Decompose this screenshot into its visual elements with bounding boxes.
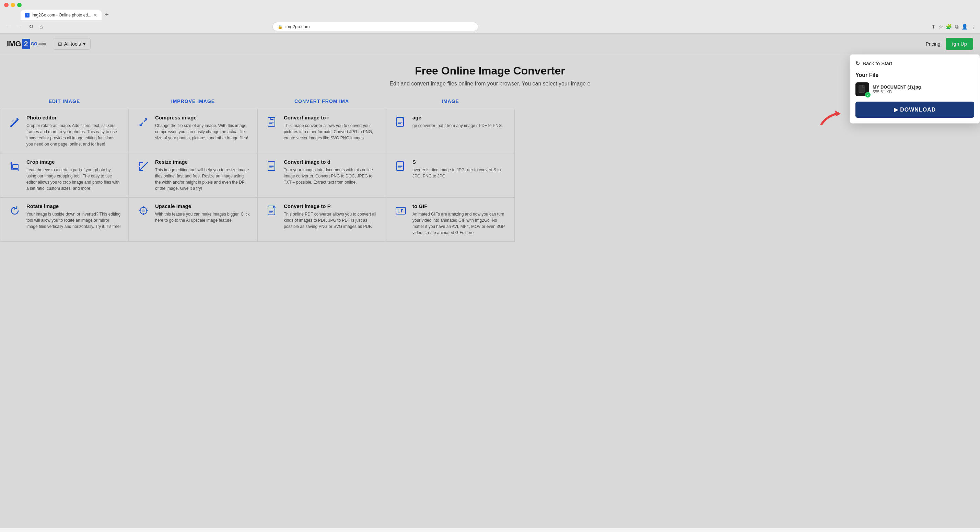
chevron-down-icon: ▾ [83,41,86,47]
age-tool-title: age [412,115,503,121]
gif-icon [393,203,408,218]
forward-button[interactable]: → [16,22,24,31]
gif-info: to GIF Animated GIFs are amazing and now… [412,203,508,236]
tool-photo-editor[interactable]: Photo editor Crop or rotate an image. Ad… [0,109,129,153]
tool-upscale[interactable]: Upscale Image With this feature you can … [129,198,257,242]
bookmark-button[interactable]: ☆ [939,24,943,30]
gif-desc: Animated GIFs are amazing and now you ca… [412,211,508,236]
refresh-button[interactable]: ↻ [27,22,35,31]
active-tab[interactable]: I Img2Go.com - Online photo ed... ✕ [21,10,102,20]
crop-info: Crop image Lead the eye to a certain par… [26,159,121,191]
tool-convert-doc[interactable]: Convert image to d Turn your images into… [257,153,386,198]
resize-desc: This image editing tool will help you to… [155,167,250,191]
tab-close-button[interactable]: ✕ [93,12,97,18]
file-check-icon: ✓ [865,92,870,97]
tabs-bar: I Img2Go.com - Online photo ed... ✕ + [0,10,980,20]
grid-icon: ⊞ [58,41,62,47]
rotate-info: Rotate image Your image is upside down o… [26,203,121,229]
convert-doc-info: Convert image to d Turn your images into… [284,159,379,185]
rotate-desc: Your image is upside down or inverted? T… [26,211,121,229]
logo-2: 2 [22,39,30,49]
col-header-edit: EDIT IMAGE [0,94,129,109]
home-button[interactable]: ⌂ [38,22,44,31]
back-button[interactable]: ← [4,22,12,31]
tool-age[interactable]: age ge converter that t from any image r… [386,109,515,153]
extensions-button[interactable]: 🧩 [946,24,952,30]
address-input[interactable]: 🔒 img2go.com [272,22,478,31]
tool-crop[interactable]: Crop image Lead the eye to a certain par… [0,153,129,198]
back-to-start-button[interactable]: ↻ Back to Start [856,60,974,67]
close-window-button[interactable] [4,3,9,7]
tool-s[interactable]: S nverter is rting image to JPG. rter to… [386,153,515,198]
photo-editor-desc: Crop or rotate an image. Add filters, te… [26,123,121,147]
file-icon: ✓ [856,82,869,96]
share-button[interactable]: ⬆ [931,24,936,30]
your-file-label: Your File [856,72,974,78]
arrow-indicator [819,102,846,131]
compress-info: Compress image Change the file size of a… [155,115,250,141]
all-tools-button[interactable]: ⊞ All tools ▾ [53,38,91,50]
tool-convert-pdf[interactable]: Convert image to P This online PDF conve… [257,198,386,242]
s-tool-title: S [412,159,508,165]
browser-actions: ⬆ ☆ 🧩 ⧉ 👤 ⋮ [931,24,976,30]
crop-title: Crop image [26,159,121,165]
gif-title: to GIF [412,203,508,209]
tool-gif[interactable]: to GIF Animated GIFs are amazing and now… [386,198,515,242]
svg-rect-3 [13,164,18,169]
all-tools-label: All tools [64,41,81,47]
refresh-icon: ↻ [856,60,860,67]
convert-pdf-icon [264,203,280,218]
svg-rect-5 [397,162,404,170]
svg-rect-8 [268,206,275,215]
tool-resize[interactable]: Resize image This image editing tool wil… [129,153,257,198]
file-name: MY DOCUMENT (1).jpg [873,84,974,89]
logo-go: GO [31,41,37,46]
website-content: IMG 2 GO .com ⊞ All tools ▾ Pricing ign … [0,33,980,528]
age-tool-info: age ge converter that t from any image r… [412,115,503,129]
logo-com: .com [38,42,46,46]
rotate-icon [7,203,22,218]
new-tab-button[interactable]: + [102,10,111,20]
file-info: ✓ MY DOCUMENT (1).jpg 555.61 KB [856,82,974,96]
upscale-info: Upscale Image With this feature you can … [155,203,250,223]
hero-subtitle: Edit and convert image files online from… [353,81,627,87]
logo-img: IMG [7,40,21,48]
download-button[interactable]: ▶ DOWNLOAD [856,102,974,118]
col-header-improve: IMPROVE IMAGE [129,94,257,109]
age-tool-desc: ge converter that t from any image r PDF… [412,123,503,129]
split-view-button[interactable]: ⧉ [955,24,959,30]
resize-info: Resize image This image editing tool wil… [155,159,250,191]
resize-icon [136,159,151,174]
rotate-title: Rotate image [26,203,121,209]
tool-rotate[interactable]: Rotate image Your image is upside down o… [0,198,129,242]
svg-rect-9 [396,207,406,214]
dropdown-panel: ↻ Back to Start Your File ✓ MY DOCUMENT … [850,54,980,124]
compress-title: Compress image [155,115,250,121]
tool-compress[interactable]: Compress image Change the file size of a… [129,109,257,153]
tool-convert-image[interactable]: Convert image to i This image converter … [257,109,386,153]
file-details: MY DOCUMENT (1).jpg 555.61 KB [873,84,974,94]
convert-pdf-desc: This online PDF converter allows you to … [284,211,379,229]
convert-image-title: Convert image to i [284,115,379,121]
site-logo[interactable]: IMG 2 GO .com [7,39,46,49]
traffic-lights [4,3,22,7]
crop-desc: Lead the eye to a certain part of your p… [26,167,121,191]
col-header-image: IMAGE [386,94,515,109]
pricing-link[interactable]: Pricing [926,41,940,47]
photo-editor-info: Photo editor Crop or rotate an image. Ad… [26,115,121,147]
profile-button[interactable]: 👤 [961,24,968,30]
signup-button[interactable]: ign Up [946,38,973,50]
maximize-window-button[interactable] [17,3,22,7]
col-header-convert: CONVERT FROM IMA [257,94,386,109]
convert-pdf-info: Convert image to P This online PDF conve… [284,203,379,229]
menu-button[interactable]: ⋮ [971,24,976,30]
tab-title: Img2Go.com - Online photo ed... [32,13,91,18]
file-size: 555.61 KB [873,89,974,94]
url-text: img2go.com [285,24,473,29]
minimize-window-button[interactable] [11,3,15,7]
title-bar [0,0,980,10]
header-nav: Pricing ign Up [926,38,973,50]
resize-title: Resize image [155,159,250,165]
svg-point-7 [142,209,145,212]
back-to-start-label: Back to Start [863,61,892,66]
